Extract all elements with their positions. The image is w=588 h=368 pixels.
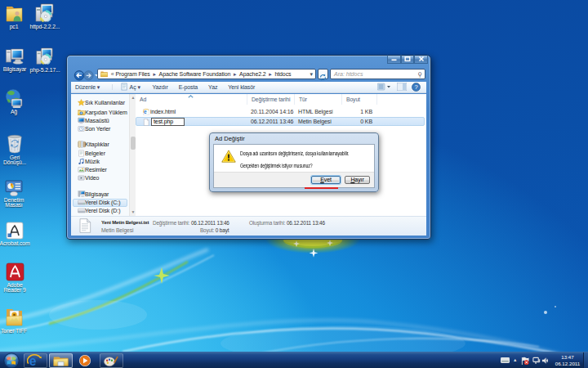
- svg-text:?: ?: [414, 83, 417, 91]
